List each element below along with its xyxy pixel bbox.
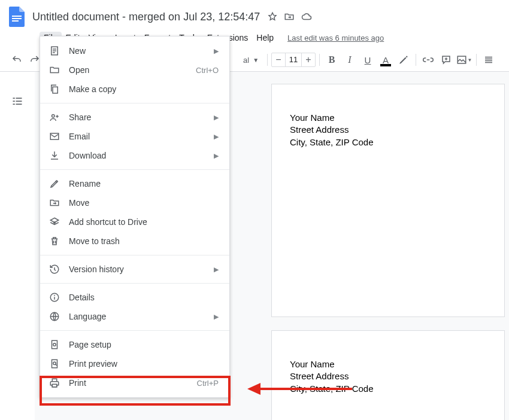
file-menu-details[interactable]: Details — [40, 288, 229, 307]
menu-separator — [40, 255, 229, 255]
menu-item-label: Page setup — [69, 340, 219, 349]
rename-icon — [49, 178, 60, 190]
menu-item-label: Print — [69, 378, 189, 388]
menu-item-label: Email — [69, 132, 205, 141]
text-color-button[interactable]: A — [377, 51, 394, 68]
shortcut-icon — [49, 216, 60, 228]
svg-point-18 — [53, 343, 56, 346]
file-menu-shortcut[interactable]: Add shortcut to Drive — [40, 212, 229, 232]
file-menu-version[interactable]: Version history▶ — [40, 260, 229, 279]
doc-line: Street Address — [290, 124, 486, 136]
font-family-chevron-icon[interactable]: ▼ — [253, 57, 259, 63]
menu-item-label: Print preview — [69, 359, 219, 369]
svg-rect-1 — [12, 18, 22, 19]
move-icon[interactable] — [284, 11, 295, 22]
submenu-arrow-icon: ▶ — [214, 313, 219, 321]
insert-comment-button[interactable] — [438, 51, 455, 68]
bold-button[interactable]: B — [323, 51, 340, 68]
file-menu-printpreview[interactable]: Print preview — [40, 354, 229, 373]
document-page[interactable]: Your Name Street Address City, State, ZI… — [271, 84, 505, 317]
doc-line: City, State, ZIP Code — [290, 136, 486, 148]
underline-button[interactable]: U — [359, 51, 376, 68]
menu-item-label: New — [69, 46, 205, 56]
menu-item-label: Add shortcut to Drive — [69, 217, 219, 227]
last-edit-link[interactable]: Last edit was 6 minutes ago — [287, 34, 384, 42]
menu-item-label: Share — [69, 112, 205, 122]
svg-rect-5 — [16, 98, 22, 99]
open-icon — [49, 64, 60, 76]
pagesetup-icon — [49, 339, 60, 351]
font-size-increase[interactable]: + — [302, 53, 315, 66]
menu-item-shortcut: Ctrl+O — [196, 66, 219, 75]
doc-line: Street Address — [290, 370, 486, 382]
document-page[interactable]: Your Name Street Address City, State, ZI… — [271, 330, 505, 420]
highlight-button[interactable] — [395, 51, 412, 68]
toolbar-separator — [416, 54, 416, 66]
version-icon — [49, 263, 60, 275]
menu-separator — [40, 283, 229, 284]
svg-rect-17 — [52, 340, 57, 349]
svg-point-12 — [52, 115, 55, 118]
download-icon — [49, 150, 60, 162]
move-icon — [49, 197, 60, 209]
file-menu-download[interactable]: Download▶ — [40, 146, 229, 165]
menu-item-label: Language — [69, 312, 205, 321]
cloud-saved-icon[interactable] — [301, 11, 313, 22]
file-menu-language[interactable]: Language▶ — [40, 307, 229, 326]
docs-logo[interactable] — [5, 5, 29, 29]
language-icon — [49, 311, 60, 322]
align-button[interactable] — [480, 51, 497, 68]
font-size-value[interactable]: 11 — [285, 53, 302, 66]
menu-item-shortcut: Ctrl+P — [197, 379, 219, 388]
title-bar: Untitled document - merged on Jul 23, 12… — [0, 0, 509, 29]
outline-icon[interactable] — [9, 93, 26, 110]
side-rail — [0, 72, 35, 420]
new-icon — [49, 45, 60, 57]
menu-separator — [40, 103, 229, 104]
doc-line: Your Name — [290, 358, 486, 370]
font-size-decrease[interactable]: − — [272, 53, 285, 66]
star-icon[interactable] — [267, 11, 278, 22]
svg-rect-0 — [12, 16, 22, 17]
submenu-arrow-icon: ▶ — [214, 133, 219, 141]
insert-image-button[interactable]: ▼ — [456, 51, 472, 68]
italic-button[interactable]: I — [341, 51, 358, 68]
file-menu-email[interactable]: Email▶ — [40, 127, 229, 146]
menu-separator — [40, 169, 229, 170]
file-menu-new[interactable]: New▶ — [40, 41, 229, 60]
document-title[interactable]: Untitled document - merged on Jul 23, 12… — [29, 11, 263, 23]
svg-rect-7 — [16, 101, 22, 102]
insert-link-button[interactable] — [420, 51, 437, 68]
menu-item-label: Rename — [69, 179, 219, 188]
doc-line: Your Name — [290, 112, 486, 124]
share-icon — [49, 111, 60, 123]
submenu-arrow-icon: ▶ — [214, 47, 219, 55]
menu-item-label: Download — [69, 151, 205, 160]
menu-help[interactable]: Help — [252, 32, 278, 44]
file-menu-copy[interactable]: Make a copy — [40, 80, 229, 99]
svg-point-15 — [54, 295, 55, 296]
font-family-truncated[interactable]: al — [243, 56, 249, 65]
svg-rect-2 — [12, 20, 19, 22]
undo-button[interactable] — [8, 51, 25, 68]
toolbar-separator — [476, 54, 477, 66]
menu-item-label: Open — [69, 65, 187, 75]
file-menu-dropdown: New▶OpenCtrl+OMake a copyShare▶Email▶Dow… — [40, 36, 230, 398]
svg-rect-11 — [53, 87, 57, 93]
menu-item-label: Details — [69, 293, 219, 302]
svg-rect-19 — [52, 360, 57, 368]
file-menu-print[interactable]: PrintCtrl+P — [40, 373, 229, 392]
file-menu-open[interactable]: OpenCtrl+O — [40, 60, 229, 80]
file-menu-trash[interactable]: Move to trash — [40, 232, 229, 251]
file-menu-pagesetup[interactable]: Page setup — [40, 335, 229, 354]
print-icon — [49, 377, 60, 389]
details-icon — [49, 291, 60, 303]
trash-icon — [49, 235, 60, 247]
file-menu-move[interactable]: Move — [40, 193, 229, 212]
file-menu-share[interactable]: Share▶ — [40, 108, 229, 127]
doc-line: City, State, ZIP Code — [290, 383, 486, 395]
file-menu-rename[interactable]: Rename — [40, 174, 229, 193]
submenu-arrow-icon: ▶ — [214, 266, 219, 273]
submenu-arrow-icon: ▶ — [214, 114, 219, 121]
font-size-control: − 11 + — [271, 53, 316, 67]
